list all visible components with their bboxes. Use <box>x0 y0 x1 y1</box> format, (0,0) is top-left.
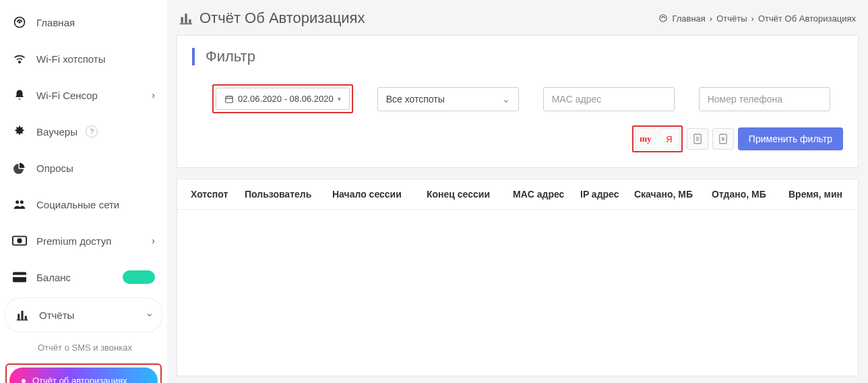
main-content: Отчёт Об Авторизациях Главная › Отчёты ›… <box>167 0 868 383</box>
svg-rect-10 <box>22 311 24 320</box>
date-range-picker[interactable]: 02.06.2020 - 08.06.2020 ▾ <box>216 88 350 110</box>
export-csv-button[interactable] <box>712 128 734 150</box>
pie-chart-icon <box>12 160 27 175</box>
page-title-wrap: Отчёт Об Авторизациях <box>179 9 365 27</box>
wifi-icon <box>12 51 27 66</box>
burst-icon <box>12 124 27 139</box>
yandex-export-button[interactable]: Я <box>658 128 680 150</box>
th-ip[interactable]: IP адрес <box>575 189 629 200</box>
svg-point-4 <box>20 200 24 204</box>
breadcrumb-home[interactable]: Главная <box>672 13 705 24</box>
highlight-box-export: my Я <box>632 125 683 152</box>
breadcrumb-current: Отчёт Об Авторизациях <box>758 13 856 24</box>
dashboard-icon <box>12 15 27 30</box>
sidebar-label: Социальные сети <box>36 199 119 210</box>
th-time[interactable]: Время, мин <box>780 189 848 200</box>
svg-rect-14 <box>185 13 187 23</box>
sidebar-label: Главная <box>36 17 75 28</box>
sidebar-item-surveys[interactable]: Опросы <box>0 150 167 186</box>
sidebar-label: Опросы <box>36 163 73 174</box>
svg-rect-12 <box>17 320 28 321</box>
highlight-box-date: 02.06.2020 - 08.06.2020 ▾ <box>212 84 353 113</box>
export-xls-button[interactable] <box>687 128 708 150</box>
sidebar-label: Баланс <box>36 272 71 283</box>
svg-rect-18 <box>226 96 233 102</box>
svg-rect-15 <box>189 20 191 24</box>
table-header-row: Хотспот Пользователь Начало сессии Конец… <box>177 179 858 210</box>
svg-point-3 <box>16 200 19 204</box>
svg-point-1 <box>19 22 20 23</box>
svg-point-17 <box>660 15 667 22</box>
filter-panel: Фильтр 02.06.2020 - 08.06.2020 ▾ Все хот… <box>177 35 859 168</box>
svg-point-2 <box>19 61 21 63</box>
caret-down-icon: ▾ <box>338 95 341 102</box>
chevron-right-icon: › <box>152 235 155 246</box>
sidebar-sub-auth-active[interactable]: Отчёт об авторизациях <box>9 367 158 383</box>
svg-rect-11 <box>25 316 27 320</box>
breadcrumb: Главная › Отчёты › Отчёт Об Авторизациях <box>658 13 856 24</box>
filter-inputs-row: 02.06.2020 - 08.06.2020 ▾ Все хотспоты ⌄ <box>192 84 843 113</box>
date-range-value: 02.06.2020 - 08.06.2020 <box>238 94 334 104</box>
sidebar-label: Wi-Fi Сенсор <box>36 90 98 101</box>
sidebar-item-sensor[interactable]: Wi-Fi Сенсор › <box>0 77 167 113</box>
money-icon <box>12 233 27 248</box>
th-hotspot[interactable]: Хотспот <box>185 189 239 200</box>
results-table: Хотспот Пользователь Начало сессии Конец… <box>177 179 859 376</box>
th-start[interactable]: Начало сессии <box>327 189 421 200</box>
sidebar-label: Отчёт об авторизациях <box>32 376 127 383</box>
chevron-down-icon: ⌄ <box>502 94 510 105</box>
highlight-box-auth: Отчёт об авторизациях <box>5 363 162 383</box>
filter-actions: my Я Применить фильтр <box>192 113 843 152</box>
card-icon <box>12 270 27 285</box>
th-download[interactable]: Скачано, МБ <box>629 189 706 200</box>
mac-address-input[interactable] <box>543 87 675 111</box>
sidebar-label: Wi-Fi хотспоты <box>36 53 105 65</box>
th-user[interactable]: Пользователь <box>239 189 327 200</box>
calendar-icon <box>224 94 234 104</box>
sidebar-item-social[interactable]: Социальные сети <box>0 186 167 223</box>
sidebar-label: Отчёты <box>39 310 74 321</box>
dashboard-icon <box>658 13 668 23</box>
bell-icon <box>12 88 27 102</box>
sidebar-label: Premium доступ <box>36 235 111 247</box>
sidebar-sub-sms[interactable]: Отчёт о SMS и звонках <box>0 334 167 361</box>
page-header: Отчёт Об Авторизациях Главная › Отчёты ›… <box>177 7 859 35</box>
active-dot-icon <box>22 379 26 383</box>
sidebar-item-home[interactable]: Главная <box>0 4 167 40</box>
users-icon <box>12 197 27 212</box>
apply-filter-button[interactable]: Применить фильтр <box>738 127 843 150</box>
th-end[interactable]: Конец сессии <box>421 189 507 200</box>
sidebar: Главная Wi-Fi хотспоты Wi-Fi Сенсор › Ва… <box>0 0 167 383</box>
hotspot-select[interactable]: Все хотспоты ⌄ <box>377 87 519 111</box>
table-body-empty <box>177 210 858 365</box>
svg-rect-16 <box>180 24 192 25</box>
sidebar-item-premium[interactable]: Premium доступ › <box>0 223 167 259</box>
sidebar-label: Ваучеры <box>36 126 78 138</box>
mytarget-export-button[interactable]: my <box>635 128 656 150</box>
balance-badge <box>123 270 155 284</box>
help-icon[interactable]: ? <box>86 125 98 138</box>
chevron-down-icon: › <box>146 314 156 317</box>
select-value: Все хотспоты <box>386 94 445 105</box>
svg-point-6 <box>18 239 22 243</box>
svg-rect-13 <box>181 17 183 23</box>
bar-chart-icon <box>179 11 193 25</box>
sidebar-item-reports[interactable]: Отчёты › <box>5 298 162 332</box>
th-upload[interactable]: Отдано, МБ <box>706 189 780 200</box>
bar-chart-icon <box>15 307 30 322</box>
page-title: Отчёт Об Авторизациях <box>199 9 365 27</box>
sidebar-item-vouchers[interactable]: Ваучеры ? <box>0 113 167 150</box>
chevron-right-icon: › <box>152 90 155 100</box>
phone-number-input[interactable] <box>699 87 830 111</box>
sidebar-item-balance[interactable]: Баланс <box>0 259 167 295</box>
th-mac[interactable]: MAC адрес <box>507 189 575 200</box>
svg-rect-8 <box>13 275 26 277</box>
svg-rect-9 <box>18 314 20 320</box>
breadcrumb-reports[interactable]: Отчёты <box>716 13 747 24</box>
sidebar-item-hotspots[interactable]: Wi-Fi хотспоты <box>0 40 167 77</box>
filter-title: Фильтр <box>192 48 843 65</box>
